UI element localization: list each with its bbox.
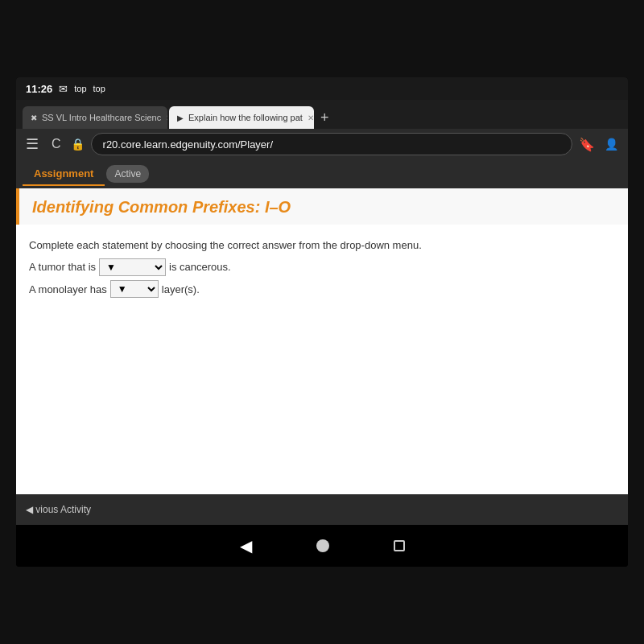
back-button[interactable]: ◀	[240, 536, 252, 555]
bookmark-button[interactable]: 🔖	[579, 137, 595, 152]
previous-activity-button[interactable]: ◀ vious Activity	[26, 504, 91, 515]
status-time: 11:26	[26, 83, 52, 95]
browser-chrome: ✖ SS VL Intro Healthcare Scienc ✕ ▶ Expl…	[16, 100, 628, 159]
status-bar: 11:26 ✉ top top	[16, 77, 628, 100]
assignment-tab[interactable]: Assignment	[23, 163, 105, 186]
android-nav-bar: ◀	[16, 525, 628, 567]
tab2-close-icon[interactable]: ✕	[308, 114, 314, 122]
statement1-dropdown[interactable]: ▼ malignant benign invasive	[99, 258, 166, 276]
add-tab-button[interactable]: +	[316, 106, 334, 129]
top-icon1: top	[74, 84, 86, 93]
lock-icon: 🔒	[71, 138, 85, 151]
page-title: Identifying Common Prefixes: I–O	[32, 198, 615, 217]
statement2-before: A monolayer has	[29, 280, 107, 299]
address-bar-input[interactable]	[91, 133, 572, 155]
statement2-dropdown[interactable]: ▼ 1 2 3	[110, 280, 159, 298]
tab1-label: SS VL Intro Healthcare Scienc	[42, 113, 161, 122]
top-icon2: top	[93, 84, 105, 93]
device-wrapper: 11:26 ✉ top top ✖ SS VL Intro Healthcare…	[0, 0, 644, 644]
email-icon: ✉	[59, 83, 68, 95]
tab2-favicon: ▶	[177, 114, 184, 122]
tab1-close-icon[interactable]: ✕	[166, 114, 167, 122]
instructions-area: Complete each statement by choosing the …	[16, 225, 628, 313]
instruction-text: Complete each statement by choosing the …	[29, 236, 615, 254]
recents-button[interactable]	[394, 540, 405, 551]
tab1-favicon: ✖	[31, 114, 37, 122]
tab-2[interactable]: ▶ Explain how the following pat ✕	[169, 106, 314, 129]
statement-1: A tumor that is ▼ malignant benign invas…	[29, 258, 615, 276]
statement1-before: A tumor that is	[29, 258, 96, 276]
bottom-bar: ◀ vious Activity	[16, 494, 628, 525]
hamburger-menu-button[interactable]: ☰	[23, 134, 42, 155]
device-screen: 11:26 ✉ top top ✖ SS VL Intro Healthcare…	[16, 77, 628, 567]
statement-2: A monolayer has ▼ 1 2 3 layer(s).	[29, 280, 615, 299]
profile-button[interactable]: 👤	[601, 136, 621, 152]
assignment-tab-bar: Assignment Active	[16, 159, 628, 188]
statement1-after: is cancerous.	[169, 258, 231, 276]
refresh-button[interactable]: C	[48, 135, 64, 153]
home-button[interactable]	[316, 539, 329, 552]
active-pill[interactable]: Active	[106, 165, 149, 183]
tab-bar: ✖ SS VL Intro Healthcare Scienc ✕ ▶ Expl…	[16, 100, 628, 129]
content-title-bar: Identifying Common Prefixes: I–O	[16, 188, 628, 225]
address-bar-row: ☰ C 🔒 🔖 👤	[16, 129, 628, 159]
statement2-after: layer(s).	[162, 280, 200, 299]
content-panel: Identifying Common Prefixes: I–O Complet…	[16, 188, 628, 494]
tab2-label: Explain how the following pat	[188, 113, 303, 122]
tab-1[interactable]: ✖ SS VL Intro Healthcare Scienc ✕	[23, 106, 167, 129]
